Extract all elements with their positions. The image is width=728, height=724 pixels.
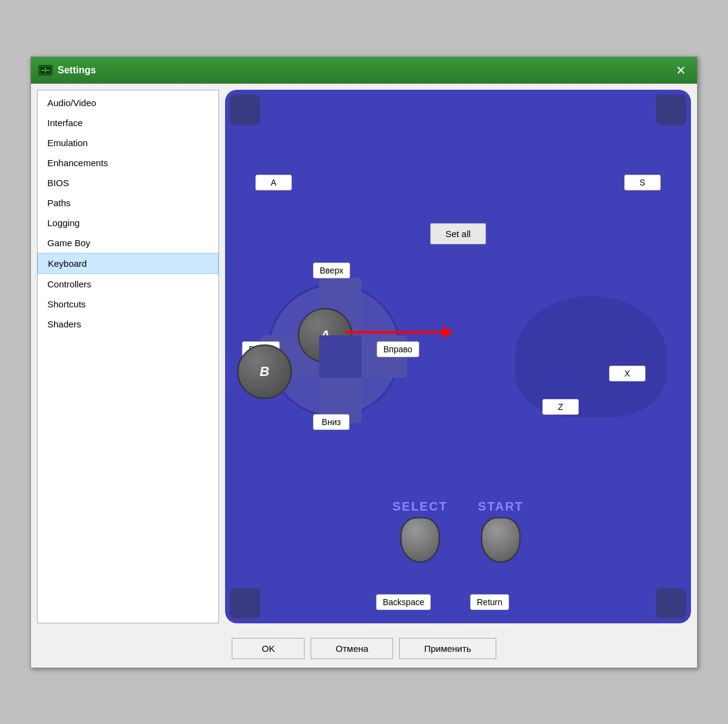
start-thumb[interactable] [481,517,521,563]
sidebar-item-game-boy[interactable]: Game Boy [38,233,218,253]
b-button[interactable]: B [237,344,292,399]
ab-groove [515,296,667,417]
title-bar: Settings ✕ [31,57,697,84]
select-group: SELECT [393,500,448,563]
bottom-bar: OK Отмена Применить [31,629,697,668]
red-arrow [345,326,453,338]
sidebar-item-keyboard[interactable]: Keyboard [38,253,218,274]
key-down[interactable]: Вниз [313,414,349,430]
start-group: START [478,500,524,563]
corner-tr [656,95,686,125]
sidebar-item-interface[interactable]: Interface [38,113,218,133]
ok-button[interactable]: OK [232,638,305,659]
corner-bl [230,588,260,618]
sidebar-item-enhancements[interactable]: Enhancements [38,153,218,173]
key-up[interactable]: Вверх [313,263,350,278]
apply-button[interactable]: Применить [399,638,496,659]
corner-br [656,588,686,618]
sidebar-item-logging[interactable]: Logging [38,213,218,233]
corner-tl [230,95,260,125]
select-start-row: SELECT START [393,500,524,563]
key-l-button[interactable]: A [255,175,292,190]
app-icon [38,65,53,76]
window-title: Settings [58,65,96,76]
key-r-button[interactable]: S [624,175,661,190]
select-thumb[interactable] [400,517,440,563]
set-all-button[interactable]: Set all [430,223,486,244]
sidebar-item-audio-video[interactable]: Audio/Video [38,93,218,113]
content-area: Audio/Video Interface Emulation Enhancem… [31,84,697,629]
select-label: SELECT [393,500,448,514]
arrow-head [442,326,453,338]
key-return[interactable]: Return [470,594,509,610]
sidebar-item-shortcuts[interactable]: Shortcuts [38,294,218,314]
settings-window: Settings ✕ Audio/Video Interface Emulati… [30,56,698,668]
close-button[interactable]: ✕ [672,63,690,78]
arrow-line [345,331,442,334]
key-right[interactable]: Вправо [377,341,419,357]
sidebar-item-shaders[interactable]: Shaders [38,314,218,334]
sidebar: Audio/Video Interface Emulation Enhancem… [37,90,219,623]
key-z[interactable]: Z [542,399,579,415]
key-backspace[interactable]: Backspace [376,594,431,610]
key-x[interactable]: X [609,366,645,381]
gamepad-display: A S Set all Вверх Вниз Влево Вправо [225,90,691,623]
dpad-center [319,335,362,378]
sidebar-item-controllers[interactable]: Controllers [38,274,218,294]
title-bar-left: Settings [38,65,96,76]
sidebar-item-bios[interactable]: BIOS [38,173,218,193]
sidebar-item-paths[interactable]: Paths [38,193,218,213]
start-label: START [478,500,524,514]
sidebar-item-emulation[interactable]: Emulation [38,133,218,153]
main-panel: A S Set all Вверх Вниз Влево Вправо [225,90,691,623]
cancel-button[interactable]: Отмена [311,638,393,659]
